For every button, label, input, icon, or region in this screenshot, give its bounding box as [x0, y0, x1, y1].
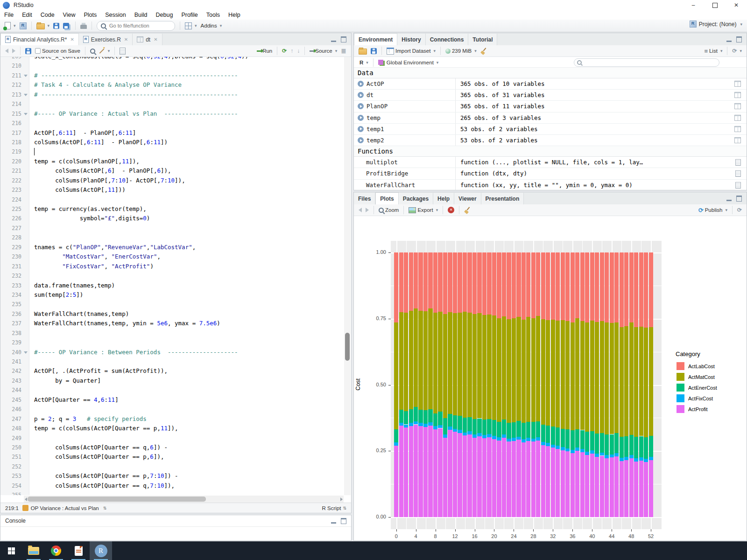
tab-connections[interactable]: Connections [426, 34, 469, 45]
tab-tutorial[interactable]: Tutorial [468, 34, 497, 45]
menu-item-view[interactable]: View [59, 11, 80, 19]
environment-search-input[interactable] [584, 59, 702, 66]
code-line[interactable]: 245ActOP[Quarter == 4,6:11] [0, 395, 344, 405]
tab-financial-analytics-r-[interactable]: Financial Analytics.R*✕ [0, 33, 79, 45]
view-table-icon[interactable] [734, 137, 741, 143]
view-function-icon[interactable] [735, 159, 741, 166]
code-line[interactable]: 241 [0, 357, 344, 366]
export-plot-button[interactable]: Export [407, 206, 440, 214]
code-line[interactable]: 253 colSums(ActOP[Quarter == p,7:10]) - [0, 471, 344, 481]
environment-selector[interactable]: Global Environment [376, 59, 441, 66]
memory-usage-button[interactable]: 239 MiB [444, 47, 479, 55]
code-line[interactable]: 252 [0, 462, 344, 471]
nav-forward-button[interactable] [10, 48, 17, 54]
maximize-pane-icon[interactable] [341, 518, 346, 524]
view-table-icon[interactable] [734, 92, 741, 98]
find-replace-button[interactable] [88, 48, 97, 55]
menu-item-profile[interactable]: Profile [177, 11, 202, 19]
code-line[interactable]: 240#----- OP Variance : Between Periods … [0, 348, 344, 357]
view-function-icon[interactable] [735, 170, 741, 177]
code-line[interactable]: 211# -----------------------------------… [0, 71, 344, 80]
code-line[interactable]: 210 [0, 61, 344, 70]
minimize-button[interactable]: – [683, 0, 704, 10]
taskbar-chrome[interactable] [45, 541, 67, 560]
code-line[interactable]: 250 colSums(ActOP[Quarter == q,6]) - [0, 443, 344, 452]
code-line[interactable]: 249 [0, 434, 344, 443]
document-outline-button[interactable] [339, 46, 348, 56]
menu-item-debug[interactable]: Debug [152, 11, 177, 19]
save-file-button[interactable] [23, 47, 33, 55]
code-line[interactable]: 224 [0, 195, 344, 204]
fold-arrow-icon[interactable] [24, 94, 28, 96]
code-line[interactable]: 237WaterFallChart(tnames,temp, ymin = 5e… [0, 319, 344, 328]
view-table-icon[interactable] [734, 126, 741, 132]
remove-plot-button[interactable] [446, 206, 456, 214]
tab-viewer[interactable]: Viewer [454, 193, 481, 204]
close-button[interactable]: ✕ [726, 0, 747, 10]
close-tab-icon[interactable]: ✕ [70, 37, 74, 42]
code-line[interactable]: 212# Task 4 - Calculate & Analyse OP Var… [0, 80, 344, 90]
tab-history[interactable]: History [397, 34, 425, 45]
expand-object-icon[interactable] [358, 115, 364, 121]
previous-plot-button[interactable] [357, 207, 364, 213]
language-selector[interactable]: R [358, 59, 370, 66]
taskbar-file-explorer[interactable] [22, 541, 45, 560]
tab-packages[interactable]: Packages [399, 193, 433, 204]
expand-object-icon[interactable] [358, 103, 364, 109]
code-line[interactable]: 229tnames = c("PlanOP","RevenueVar","Lab… [0, 243, 344, 252]
menu-item-plots[interactable]: Plots [79, 11, 101, 19]
code-line[interactable]: 243 by = Quarter] [0, 376, 344, 385]
close-tab-icon[interactable]: ✕ [124, 37, 128, 42]
env-row-temp[interactable]: temp265 obs. of 3 variables [354, 112, 747, 124]
addins-button[interactable]: Addins [199, 22, 224, 29]
tab-files[interactable]: Files [354, 193, 375, 204]
view-function-icon[interactable] [735, 182, 741, 189]
goto-file-search[interactable] [97, 21, 175, 31]
menu-item-build[interactable]: Build [130, 11, 152, 19]
scroll-right-arrow[interactable] [340, 497, 343, 501]
code-line[interactable]: 235 [0, 300, 344, 309]
code-line[interactable]: 228 [0, 233, 344, 242]
rerun-button[interactable] [280, 47, 289, 55]
tab-exercises-r[interactable]: Exercises.R✕ [79, 34, 133, 45]
code-line[interactable]: 234sum(temp[2:5]) [0, 290, 344, 300]
tab-dt[interactable]: dt✕ [133, 34, 162, 45]
taskbar-libreoffice[interactable] [67, 541, 90, 560]
code-line[interactable]: 220temp = c(colSums(PlanOP[,11]), [0, 157, 344, 166]
expand-object-icon[interactable] [358, 92, 364, 98]
publish-button[interactable]: Publish [697, 206, 729, 215]
maximize-pane-icon[interactable] [341, 36, 346, 42]
refresh-plot-button[interactable] [735, 206, 744, 214]
minimize-pane-icon[interactable] [726, 36, 732, 42]
project-button[interactable]: Project: (None) [690, 21, 742, 28]
maximize-pane-icon[interactable] [736, 36, 742, 42]
minimize-pane-icon[interactable] [726, 196, 732, 201]
run-button[interactable]: Run [255, 47, 274, 55]
file-type-menu[interactable]: R Script [322, 505, 346, 511]
go-next-chunk-button[interactable] [295, 47, 302, 55]
load-workspace-button[interactable] [357, 46, 369, 56]
env-row-PlanOP[interactable]: PlanOP365 obs. of 11 variables [354, 101, 747, 112]
source-on-save-checkbox[interactable]: Source on Save [33, 47, 82, 55]
taskbar-start[interactable] [0, 541, 22, 560]
tab-help[interactable]: Help [433, 193, 454, 204]
code-line[interactable]: 230 "MatCostVar", "EnerCostVar", [0, 252, 344, 261]
minimize-pane-icon[interactable] [331, 518, 336, 524]
env-row-temp2[interactable]: temp253 obs. of 2 variables [354, 135, 747, 146]
code-line[interactable]: 213# -----------------------------------… [0, 90, 344, 99]
open-file-button[interactable] [35, 21, 52, 30]
menu-item-tools[interactable]: Tools [202, 11, 224, 19]
source-button[interactable]: Source [308, 47, 339, 55]
minimize-pane-icon[interactable] [331, 36, 336, 42]
restore-button[interactable] [704, 0, 726, 10]
code-tools-button[interactable] [97, 47, 112, 55]
env-row-dt[interactable]: dt365 obs. of 31 variables [354, 90, 747, 101]
save-workspace-button[interactable] [369, 47, 379, 55]
expand-object-icon[interactable] [358, 126, 364, 132]
new-project-button[interactable] [18, 21, 28, 30]
code-editor[interactable]: 209scale_x_continuous(labels = seq(0,52,… [0, 57, 344, 495]
menu-item-help[interactable]: Help [224, 11, 245, 19]
fold-arrow-icon[interactable] [24, 75, 28, 77]
code-line[interactable]: 233data.frame(tnames,temp) [0, 281, 344, 290]
scroll-left-arrow[interactable] [25, 497, 27, 501]
